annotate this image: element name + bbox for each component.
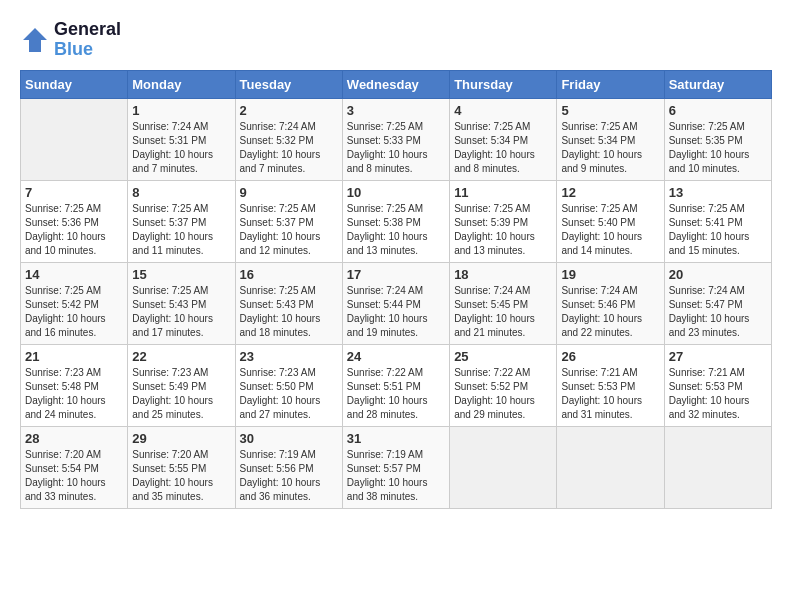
sunset: Sunset: 5:43 PM [240,298,338,312]
day-number: 8 [132,185,230,200]
day-info: Sunrise: 7:25 AM Sunset: 5:40 PM Dayligh… [561,202,659,258]
sunrise: Sunrise: 7:19 AM [240,448,338,462]
sunset: Sunset: 5:53 PM [561,380,659,394]
sunset: Sunset: 5:53 PM [669,380,767,394]
sunrise: Sunrise: 7:25 AM [132,284,230,298]
weekday-header-monday: Monday [128,70,235,98]
calendar-cell: 1 Sunrise: 7:24 AM Sunset: 5:31 PM Dayli… [128,98,235,180]
daylight: Daylight: 10 hours and 15 minutes. [669,230,767,258]
day-number: 6 [669,103,767,118]
daylight: Daylight: 10 hours and 24 minutes. [25,394,123,422]
sunrise: Sunrise: 7:25 AM [561,120,659,134]
daylight: Daylight: 10 hours and 32 minutes. [669,394,767,422]
calendar-cell: 28 Sunrise: 7:20 AM Sunset: 5:54 PM Dayl… [21,426,128,508]
sunset: Sunset: 5:38 PM [347,216,445,230]
calendar-cell: 16 Sunrise: 7:25 AM Sunset: 5:43 PM Dayl… [235,262,342,344]
logo: General Blue [20,20,121,60]
day-number: 3 [347,103,445,118]
sunrise: Sunrise: 7:24 AM [347,284,445,298]
logo-text: General Blue [54,20,121,60]
day-number: 28 [25,431,123,446]
calendar-cell: 22 Sunrise: 7:23 AM Sunset: 5:49 PM Dayl… [128,344,235,426]
sunset: Sunset: 5:40 PM [561,216,659,230]
sunset: Sunset: 5:31 PM [132,134,230,148]
day-info: Sunrise: 7:24 AM Sunset: 5:47 PM Dayligh… [669,284,767,340]
day-info: Sunrise: 7:24 AM Sunset: 5:45 PM Dayligh… [454,284,552,340]
sunset: Sunset: 5:57 PM [347,462,445,476]
day-number: 5 [561,103,659,118]
calendar-cell: 18 Sunrise: 7:24 AM Sunset: 5:45 PM Dayl… [450,262,557,344]
sunrise: Sunrise: 7:19 AM [347,448,445,462]
sunset: Sunset: 5:32 PM [240,134,338,148]
day-info: Sunrise: 7:25 AM Sunset: 5:36 PM Dayligh… [25,202,123,258]
sunrise: Sunrise: 7:21 AM [669,366,767,380]
calendar-cell: 7 Sunrise: 7:25 AM Sunset: 5:36 PM Dayli… [21,180,128,262]
sunset: Sunset: 5:34 PM [454,134,552,148]
calendar-cell [664,426,771,508]
sunrise: Sunrise: 7:25 AM [454,120,552,134]
day-number: 15 [132,267,230,282]
sunset: Sunset: 5:37 PM [132,216,230,230]
day-info: Sunrise: 7:24 AM Sunset: 5:31 PM Dayligh… [132,120,230,176]
daylight: Daylight: 10 hours and 29 minutes. [454,394,552,422]
sunset: Sunset: 5:51 PM [347,380,445,394]
calendar-cell: 6 Sunrise: 7:25 AM Sunset: 5:35 PM Dayli… [664,98,771,180]
day-info: Sunrise: 7:24 AM Sunset: 5:32 PM Dayligh… [240,120,338,176]
daylight: Daylight: 10 hours and 7 minutes. [240,148,338,176]
daylight: Daylight: 10 hours and 13 minutes. [347,230,445,258]
sunrise: Sunrise: 7:23 AM [25,366,123,380]
day-number: 18 [454,267,552,282]
weekday-header-friday: Friday [557,70,664,98]
weekday-header-thursday: Thursday [450,70,557,98]
daylight: Daylight: 10 hours and 8 minutes. [347,148,445,176]
sunrise: Sunrise: 7:24 AM [240,120,338,134]
sunset: Sunset: 5:49 PM [132,380,230,394]
sunrise: Sunrise: 7:20 AM [25,448,123,462]
daylight: Daylight: 10 hours and 18 minutes. [240,312,338,340]
sunset: Sunset: 5:47 PM [669,298,767,312]
sunrise: Sunrise: 7:25 AM [25,284,123,298]
sunset: Sunset: 5:36 PM [25,216,123,230]
sunrise: Sunrise: 7:25 AM [669,120,767,134]
day-info: Sunrise: 7:19 AM Sunset: 5:57 PM Dayligh… [347,448,445,504]
day-info: Sunrise: 7:23 AM Sunset: 5:48 PM Dayligh… [25,366,123,422]
daylight: Daylight: 10 hours and 19 minutes. [347,312,445,340]
day-number: 12 [561,185,659,200]
daylight: Daylight: 10 hours and 36 minutes. [240,476,338,504]
daylight: Daylight: 10 hours and 16 minutes. [25,312,123,340]
calendar-cell: 12 Sunrise: 7:25 AM Sunset: 5:40 PM Dayl… [557,180,664,262]
daylight: Daylight: 10 hours and 10 minutes. [669,148,767,176]
sunset: Sunset: 5:35 PM [669,134,767,148]
weekday-header-tuesday: Tuesday [235,70,342,98]
calendar-cell: 9 Sunrise: 7:25 AM Sunset: 5:37 PM Dayli… [235,180,342,262]
sunrise: Sunrise: 7:23 AM [240,366,338,380]
sunset: Sunset: 5:42 PM [25,298,123,312]
calendar-cell: 24 Sunrise: 7:22 AM Sunset: 5:51 PM Dayl… [342,344,449,426]
day-info: Sunrise: 7:21 AM Sunset: 5:53 PM Dayligh… [669,366,767,422]
day-number: 13 [669,185,767,200]
daylight: Daylight: 10 hours and 27 minutes. [240,394,338,422]
day-number: 21 [25,349,123,364]
day-info: Sunrise: 7:25 AM Sunset: 5:43 PM Dayligh… [132,284,230,340]
daylight: Daylight: 10 hours and 9 minutes. [561,148,659,176]
daylight: Daylight: 10 hours and 8 minutes. [454,148,552,176]
calendar-cell [557,426,664,508]
day-number: 10 [347,185,445,200]
sunset: Sunset: 5:46 PM [561,298,659,312]
sunrise: Sunrise: 7:20 AM [132,448,230,462]
calendar-cell: 3 Sunrise: 7:25 AM Sunset: 5:33 PM Dayli… [342,98,449,180]
calendar-cell: 4 Sunrise: 7:25 AM Sunset: 5:34 PM Dayli… [450,98,557,180]
daylight: Daylight: 10 hours and 10 minutes. [25,230,123,258]
calendar-cell: 26 Sunrise: 7:21 AM Sunset: 5:53 PM Dayl… [557,344,664,426]
sunset: Sunset: 5:52 PM [454,380,552,394]
day-info: Sunrise: 7:25 AM Sunset: 5:35 PM Dayligh… [669,120,767,176]
day-info: Sunrise: 7:23 AM Sunset: 5:49 PM Dayligh… [132,366,230,422]
day-number: 20 [669,267,767,282]
calendar-cell: 27 Sunrise: 7:21 AM Sunset: 5:53 PM Dayl… [664,344,771,426]
calendar-cell: 23 Sunrise: 7:23 AM Sunset: 5:50 PM Dayl… [235,344,342,426]
day-number: 7 [25,185,123,200]
day-number: 26 [561,349,659,364]
logo-icon [20,25,50,55]
sunset: Sunset: 5:54 PM [25,462,123,476]
daylight: Daylight: 10 hours and 25 minutes. [132,394,230,422]
